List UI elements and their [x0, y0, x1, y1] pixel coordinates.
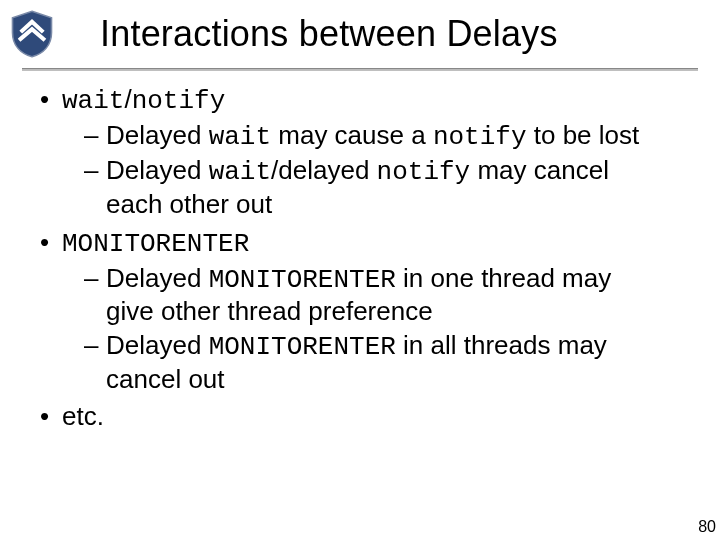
text: Delayed — [106, 120, 209, 150]
text: to be lost — [527, 120, 640, 150]
text: may cause a — [271, 120, 433, 150]
code-text: wait — [209, 122, 271, 152]
sub-item: Delayed MONITORENTER in all threads may … — [84, 330, 644, 395]
code-text: notify — [377, 157, 471, 187]
code-text: wait — [209, 157, 271, 187]
sub-item: Delayed wait may cause a notify to be lo… — [84, 120, 644, 154]
page-number: 80 — [698, 518, 716, 536]
slide: Interactions between Delays wait/notify … — [0, 0, 720, 540]
bullet-wait-notify: wait/notify Delayed wait may cause a not… — [40, 84, 680, 221]
text: / — [124, 84, 131, 114]
sub-list: Delayed wait may cause a notify to be lo… — [84, 120, 680, 221]
code-text: notify — [433, 122, 527, 152]
bullet-list: wait/notify Delayed wait may cause a not… — [40, 84, 680, 433]
text: Delayed — [106, 330, 209, 360]
header: Interactions between Delays — [0, 0, 720, 62]
sub-item: Delayed wait/delayed notify may cancel e… — [84, 155, 644, 220]
text: Delayed — [106, 263, 209, 293]
bullet-monitorenter: MONITORENTER Delayed MONITORENTER in one… — [40, 227, 680, 396]
code-text: MONITORENTER — [209, 265, 396, 295]
code-text: MONITORENTER — [209, 332, 396, 362]
code-text: wait — [62, 86, 124, 116]
text: /delayed — [271, 155, 377, 185]
sub-item: Delayed MONITORENTER in one thread may g… — [84, 263, 644, 328]
slide-title: Interactions between Delays — [100, 13, 558, 55]
content-area: wait/notify Delayed wait may cause a not… — [0, 70, 720, 433]
bullet-etc: etc. — [40, 401, 680, 433]
code-text: MONITORENTER — [62, 229, 249, 259]
text: etc. — [62, 401, 104, 431]
code-text: notify — [132, 86, 226, 116]
shield-logo-icon — [4, 6, 60, 62]
text: Delayed — [106, 155, 209, 185]
sub-list: Delayed MONITORENTER in one thread may g… — [84, 263, 680, 396]
